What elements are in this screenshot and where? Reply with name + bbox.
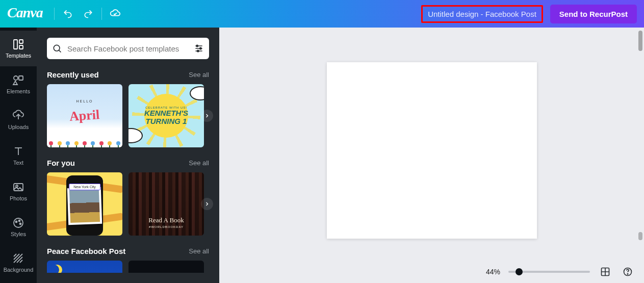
template-label: #WORLDBOOKDAY xyxy=(148,225,184,228)
sidebar-item-elements[interactable]: Elements xyxy=(0,66,37,102)
svg-point-9 xyxy=(19,220,20,222)
undo-button[interactable] xyxy=(58,4,78,24)
sidebar-item-text[interactable]: Text xyxy=(0,138,37,173)
canva-logo[interactable]: Canva xyxy=(4,5,51,23)
templates-panel: Recently used See all HELLO April CELEBR… xyxy=(37,28,219,283)
decorative-flowers xyxy=(47,126,122,147)
cloud-check-icon xyxy=(110,8,121,19)
svg-point-14 xyxy=(197,50,199,52)
templates-icon xyxy=(12,38,24,50)
left-sidebar: Templates Elements Uploads Text Photos S… xyxy=(0,28,37,283)
template-tile[interactable]: CELEBRATE WITH US! KENNETH'S TURNING 1 xyxy=(128,84,204,147)
elements-icon xyxy=(12,74,24,86)
sliders-icon[interactable] xyxy=(194,43,204,54)
search-icon xyxy=(52,43,62,54)
vertical-scrollbar[interactable] xyxy=(638,232,642,240)
svg-rect-1 xyxy=(19,40,23,43)
moon-icon xyxy=(52,265,62,273)
sidebar-item-background[interactable]: Background xyxy=(0,245,37,280)
section-title: Recently used xyxy=(47,70,99,79)
section-title: For you xyxy=(47,159,75,167)
canvas-viewport[interactable] xyxy=(219,28,644,261)
search-field-wrap[interactable] xyxy=(47,38,209,59)
template-label: HELLO xyxy=(76,99,93,103)
template-label: April xyxy=(69,107,100,124)
template-label: TURNING 1 xyxy=(144,117,188,125)
sidebar-item-templates[interactable]: Templates xyxy=(0,31,37,66)
sidebar-item-label: Text xyxy=(13,160,23,166)
svg-rect-2 xyxy=(19,45,23,49)
svg-point-7 xyxy=(14,218,23,227)
sidebar-item-label: Uploads xyxy=(8,124,29,130)
svg-rect-4 xyxy=(19,76,23,80)
chevron-right-icon xyxy=(204,201,210,207)
zoom-percentage: 44% xyxy=(486,268,500,276)
sidebar-item-uploads[interactable]: Uploads xyxy=(0,102,37,138)
template-tile[interactable]: HELLO April xyxy=(47,84,122,147)
divider xyxy=(101,8,102,20)
sidebar-item-label: Elements xyxy=(7,88,30,94)
scroll-right-button[interactable] xyxy=(201,198,213,210)
template-tile[interactable] xyxy=(47,261,122,273)
svg-point-13 xyxy=(200,47,201,49)
template-tile[interactable] xyxy=(128,261,204,273)
vertical-scrollbar[interactable] xyxy=(638,31,642,51)
undo-icon xyxy=(63,9,73,19)
template-label: KENNETH'S xyxy=(144,109,188,117)
sidebar-item-label: Photos xyxy=(10,195,27,201)
sidebar-item-styles[interactable]: Styles xyxy=(0,209,37,245)
template-tile[interactable]: Read A Book #WORLDBOOKDAY xyxy=(128,172,204,236)
design-page[interactable] xyxy=(327,62,537,239)
scroll-right-button[interactable] xyxy=(201,110,213,122)
redo-button[interactable] xyxy=(78,4,98,24)
template-tile[interactable]: New York City xyxy=(47,172,122,236)
help-button[interactable] xyxy=(621,265,635,279)
page-grid-button[interactable] xyxy=(598,265,612,279)
template-label: New York City xyxy=(69,184,100,190)
sidebar-item-label: Styles xyxy=(11,231,26,237)
svg-rect-0 xyxy=(14,40,17,49)
see-all-link[interactable]: See all xyxy=(189,159,209,167)
photo-shape xyxy=(67,187,102,225)
search-input[interactable] xyxy=(67,44,189,53)
send-to-recurpost-button[interactable]: Send to RecurPost xyxy=(550,5,637,23)
text-icon xyxy=(12,145,24,158)
redo-icon xyxy=(83,9,93,19)
help-icon xyxy=(623,267,633,277)
svg-point-10 xyxy=(20,223,21,225)
see-all-link[interactable]: See all xyxy=(189,71,209,79)
top-bar: Canva Untitled design - Facebook Post Se… xyxy=(0,0,644,28)
divider xyxy=(54,8,55,20)
grid-icon xyxy=(600,267,610,277)
uploads-icon xyxy=(12,110,24,122)
cloud-sync-button[interactable] xyxy=(105,4,125,24)
svg-point-8 xyxy=(16,221,17,223)
photos-icon xyxy=(12,181,24,193)
svg-point-12 xyxy=(196,45,198,46)
see-all-link[interactable]: See all xyxy=(189,247,209,255)
bottom-bar: 44% xyxy=(219,261,644,283)
zoom-slider[interactable] xyxy=(508,271,590,273)
svg-point-17 xyxy=(627,274,628,274)
zoom-slider-knob[interactable] xyxy=(516,268,523,275)
sidebar-item-label: Templates xyxy=(6,53,31,59)
sidebar-item-label: Background xyxy=(4,267,34,273)
background-icon xyxy=(12,252,24,265)
svg-point-11 xyxy=(54,45,60,51)
styles-icon xyxy=(12,217,24,229)
chevron-right-icon xyxy=(204,113,210,119)
design-title-input[interactable]: Untitled design - Facebook Post xyxy=(421,5,543,23)
section-title: Peace Facebook Post xyxy=(47,247,125,255)
sidebar-item-photos[interactable]: Photos xyxy=(0,173,37,209)
svg-point-3 xyxy=(14,76,18,80)
template-label: Read A Book xyxy=(148,216,184,224)
canvas-area: 44% xyxy=(219,28,644,283)
